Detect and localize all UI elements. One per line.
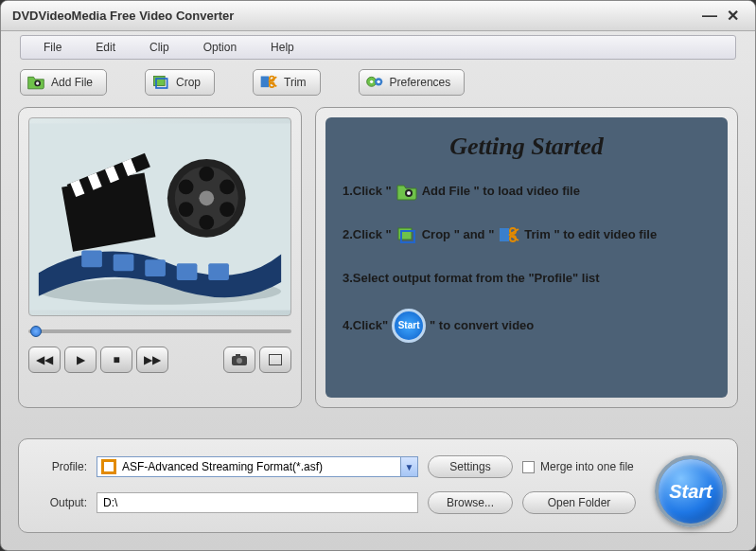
fullscreen-button[interactable] <box>259 347 291 373</box>
svg-point-18 <box>220 202 235 217</box>
svg-point-15 <box>199 190 214 205</box>
window-title: DVDVideoMedia Free Video Converter <box>12 9 698 23</box>
svg-rect-30 <box>145 259 166 276</box>
svg-point-21 <box>179 180 194 195</box>
scissors-icon <box>498 225 520 244</box>
svg-point-17 <box>220 180 235 195</box>
preview-panel: ◀◀ ▶ ■ ▶▶ <box>18 107 302 408</box>
next-button[interactable]: ▶▶ <box>136 347 168 373</box>
svg-rect-45 <box>104 462 114 471</box>
crop-button[interactable]: Crop <box>145 69 215 96</box>
menu-help[interactable]: Help <box>254 37 311 58</box>
guide-panel: Getting Started 1.Click " Add File " to … <box>315 107 738 408</box>
menu-option[interactable]: Option <box>186 37 254 58</box>
svg-rect-4 <box>261 76 269 87</box>
guide-step-3: 3.Select output format from the "Profile… <box>343 265 711 292</box>
prev-button[interactable]: ◀◀ <box>28 347 61 373</box>
seek-thumb[interactable] <box>30 326 42 337</box>
svg-rect-35 <box>236 354 240 357</box>
browse-button[interactable]: Browse... <box>428 491 513 514</box>
seek-track <box>28 329 291 333</box>
svg-point-16 <box>199 167 214 182</box>
content-row: ◀◀ ▶ ■ ▶▶ Getting Started 1.Click " <box>1 101 755 414</box>
guide-step-1: 1.Click " Add File " to load video file <box>343 178 711 204</box>
playback-controls: ◀◀ ▶ ■ ▶▶ <box>28 347 291 373</box>
open-folder-button[interactable]: Open Folder <box>522 491 636 514</box>
preview-image <box>28 117 291 316</box>
svg-rect-29 <box>114 254 134 271</box>
close-button[interactable]: ✕ <box>721 7 744 26</box>
profile-combo[interactable]: ▼ <box>97 456 418 477</box>
output-input[interactable] <box>97 493 417 512</box>
menu-file[interactable]: File <box>26 37 79 58</box>
profile-dropdown-icon[interactable]: ▼ <box>400 457 417 476</box>
folder-film-icon <box>396 182 418 201</box>
settings-button[interactable]: Settings <box>428 455 513 478</box>
seek-slider[interactable] <box>28 324 291 337</box>
guide-title: Getting Started <box>343 133 711 161</box>
svg-rect-41 <box>500 228 509 241</box>
guide-content: Getting Started 1.Click " Add File " to … <box>325 117 728 398</box>
svg-point-38 <box>407 191 411 195</box>
svg-point-8 <box>370 80 373 83</box>
svg-rect-31 <box>177 263 198 280</box>
svg-point-34 <box>237 358 242 364</box>
crop-icon <box>396 225 418 244</box>
asf-icon <box>101 459 116 474</box>
merge-checkbox[interactable] <box>522 461 535 473</box>
folder-film-icon <box>26 74 45 91</box>
minimize-button[interactable]: — <box>698 7 721 26</box>
scissors-icon <box>259 74 278 91</box>
add-file-button[interactable]: Add File <box>20 69 107 96</box>
guide-step-4: 4.Click" Start " to convert video <box>343 309 711 343</box>
output-textbox[interactable] <box>97 492 418 513</box>
app-window: DVDVideoMedia Free Video Converter — ✕ F… <box>0 0 756 551</box>
gear-icon <box>365 74 384 91</box>
play-button[interactable]: ▶ <box>64 347 97 373</box>
trim-button[interactable]: Trim <box>253 69 321 96</box>
merge-label: Merge into one file <box>540 460 634 473</box>
preferences-button[interactable]: Preferences <box>359 69 466 96</box>
merge-checkbox-row[interactable]: Merge into one file <box>522 460 636 473</box>
svg-rect-32 <box>208 263 229 280</box>
menubar: File Edit Clip Option Help <box>20 35 736 60</box>
preferences-label: Preferences <box>390 76 451 89</box>
svg-point-1 <box>36 81 39 84</box>
toolbar: Add File Crop Trim Preferences <box>1 60 755 101</box>
trim-label: Trim <box>284 76 307 89</box>
add-file-label: Add File <box>51 76 93 89</box>
svg-point-19 <box>199 215 214 230</box>
stop-button[interactable]: ■ <box>100 347 132 373</box>
start-badge-icon: Start <box>392 309 426 343</box>
start-button[interactable]: Start <box>655 455 727 527</box>
crop-icon <box>151 74 170 91</box>
svg-rect-28 <box>81 250 102 267</box>
svg-rect-36 <box>269 354 282 365</box>
menu-clip[interactable]: Clip <box>132 37 186 58</box>
svg-point-10 <box>377 80 379 83</box>
output-label: Output: <box>34 496 87 509</box>
profile-label: Profile: <box>34 460 87 473</box>
titlebar: DVDVideoMedia Free Video Converter — ✕ <box>1 1 755 31</box>
bottom-panel: Profile: ▼ Settings Merge into one file … <box>18 438 738 533</box>
crop-label: Crop <box>176 76 201 89</box>
svg-point-20 <box>179 202 194 217</box>
snapshot-button[interactable] <box>223 347 255 373</box>
menu-edit[interactable]: Edit <box>79 37 132 58</box>
guide-step-2: 2.Click " Crop " and " Trim " to edit vi… <box>343 222 711 248</box>
profile-input[interactable] <box>120 458 400 475</box>
